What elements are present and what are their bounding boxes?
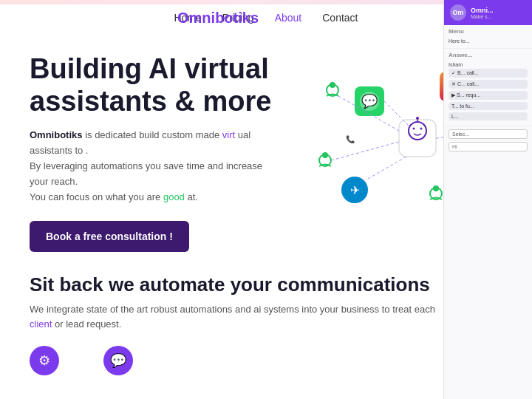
svg-line-25 [384,101,410,127]
hero-desc-text1: is dedicated build custom made [85,129,222,140]
section2-title: Sit back we automate your communications [30,273,502,296]
chat-msg-send: ▶ S... requ... [449,91,528,100]
svg-line-32 [331,142,399,160]
chat-panel-title: Omni... [471,7,494,14]
feature-icon-2: 💬 [103,346,133,375]
section2-desc-text2: or lead request. [55,318,121,330]
hero-title: Building AI virtual assistants & more [30,53,310,117]
feature-icon-1: ⚙ [30,346,59,375]
chat-input[interactable] [452,144,524,149]
hero-description: Omnibotiks is dedicated build custom mad… [30,128,281,205]
nav-contact[interactable]: Contact [322,12,358,24]
chat-answer-label: Answe... [449,52,528,58]
chat-panel: Om Omni... Make s... Menu Here to... Ans… [443,0,532,399]
chat-msg-lead: L... [449,112,528,120]
book-call-action: ✓ B... call... [451,70,479,75]
hero-desc-brand: Omnibotiks [30,129,83,140]
feature-icon-1-symbol: ⚙ [38,352,50,369]
chat-here-label: Here to... [449,37,528,45]
section2-description: We integrate state of the art robust aut… [30,302,458,331]
chat-panel-subtitle: Make s... [471,14,494,19]
cancel-call-action: ✕ C... call... [451,81,479,86]
chat-avatar: Om [450,4,466,21]
feature-icon-2-symbol: 💬 [110,352,126,369]
svg-text:📞: 📞 [346,134,355,144]
chat-panel-header: Om Omni... Make s... [444,0,532,25]
chat-msg-book: ✓ B... call... [449,69,528,78]
logo-text-accent: botiks [215,10,259,26]
chat-select-box[interactable]: Selec... [449,129,528,139]
lead-action: L... [451,114,459,119]
svg-point-2 [413,128,415,130]
chat-input-row [449,142,528,151]
section2-desc-text1: We integrate state of the art robust aut… [30,304,435,315]
nav-about[interactable]: About [275,12,302,24]
svg-point-18 [322,152,328,158]
svg-line-28 [368,157,406,179]
svg-point-20 [433,185,439,191]
svg-rect-0 [399,120,436,157]
hero-desc-good: good [163,191,185,202]
logo: Omnibotiks [177,10,259,27]
svg-text:💬: 💬 [361,93,378,109]
logo-text-plain: Omni [177,10,215,26]
chat-panel-title-group: Omni... Make s... [471,7,494,19]
chat-menu-section: Menu Here to... [444,25,532,49]
transfer-action: T... to fu... [451,103,474,109]
svg-text:✈: ✈ [350,184,360,197]
svg-point-5 [416,117,419,120]
chat-msg-transfer: T... to fu... [449,102,528,110]
chat-select-section: Selec... [444,126,532,154]
chat-msg-cancel: ✕ C... call... [449,80,528,89]
chat-name-label: Isham [449,61,528,69]
chat-messages-area: Answe... Isham ✓ B... call... ✕ C... cal… [444,49,532,126]
hero-desc-virtual: virt [222,129,235,140]
send-req-action: ▶ S... requ... [451,92,480,98]
chat-menu-label: Menu [449,28,528,35]
svg-point-24 [330,82,335,88]
svg-point-3 [420,128,423,130]
cta-button[interactable]: Book a free consultation ! [30,221,189,252]
section2-desc-client: client [30,318,52,330]
hero-desc-text3: at. [187,191,197,202]
hero-content: Building AI virtual assistants & more Om… [30,46,310,253]
